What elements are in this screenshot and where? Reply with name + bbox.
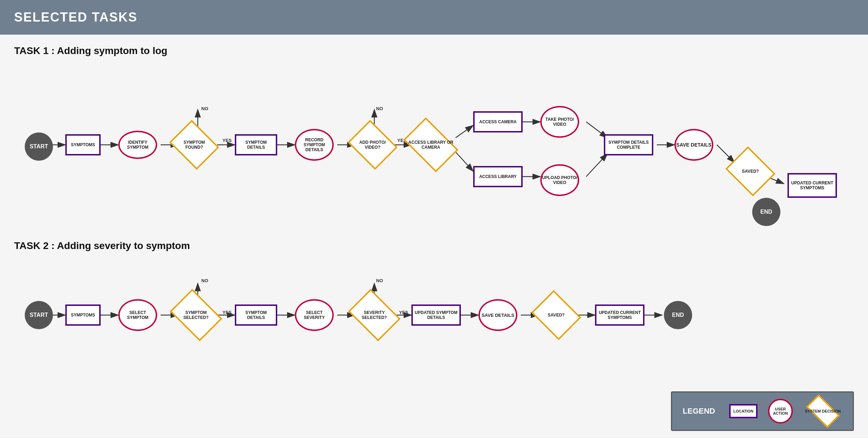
header: SELECTED TASKS (0, 0, 868, 35)
svg-line-9 (456, 125, 473, 138)
task1-no1-label: NO (201, 106, 208, 111)
task1-yes1-label: YES (222, 138, 232, 143)
task1-access-lib-cam: ACCESS LIBRARY OR CAMERA (408, 129, 454, 161)
task1-end: END (752, 198, 780, 226)
legend-system-decision-label: SYSTEM DECISION (805, 409, 840, 413)
legend-title: LEGEND (683, 407, 715, 416)
task1-access-camera: ACCESS CAMERA (473, 111, 523, 132)
task2-severity-selected: SEVERITY SELECTED? (353, 299, 396, 331)
task2-yes2-label: YES (399, 310, 408, 315)
task2-symptom-details: SYMPTOM DETAILS (235, 304, 277, 326)
task2-saved: SAVED? (537, 299, 576, 331)
task1-symptoms: SYMPTOMS (65, 134, 101, 155)
task1-saved: SAVED? (731, 155, 770, 187)
task1-symptom-complete: SYMPTOM DETAILS COMPLETE (604, 134, 653, 155)
legend-system-decision-item: SYSTEM DECISION (803, 401, 842, 422)
legend-location-item: LOCATION (729, 404, 757, 418)
legend-user-action-shape: USER ACTION (768, 399, 793, 424)
task2-flow: START SYMPTOMS SELECT SYMPTOM SYMPTOM SE… (14, 259, 854, 407)
task1-record: RECORD SYMPTOM DETAILS (295, 129, 334, 161)
task2-updated-symptom-details: UPDATED SYMPTOM DETAILS (411, 304, 461, 326)
task1-save-details: SAVE DETAILS (674, 129, 713, 161)
task2-arrows (14, 259, 854, 407)
task2-save-details: SAVE DETAILS (478, 299, 517, 331)
task1-updated-current: UPDATED CURRENT SYMPTOMS (787, 173, 837, 198)
task2-no2-label: NO (376, 278, 383, 283)
task2-symptoms: SYMPTOMS (65, 304, 101, 326)
task1-found: SYMPTOM FOUND? (175, 129, 214, 161)
task2-title: TASK 2 : Adding severity to symptom (14, 240, 854, 251)
main-content: TASK 1 : Adding symptom to log (0, 35, 868, 437)
task1-upload-photo: UPLOAD PHOTO/ VIDEO (540, 164, 579, 196)
task1-take-photo: TAKE PHOTO/ VIDEO (540, 106, 579, 138)
task1-symptom-details: SYMPTOM DETAILS (235, 134, 277, 155)
legend-user-action-item: USER ACTION (768, 399, 793, 424)
legend: LEGEND LOCATION USER ACTION SYSTEM DECIS… (671, 391, 854, 431)
task1-flow: START SYMPTOMS IDENTIFY SYMPTOM SYMPTOM … (14, 64, 854, 226)
task1-title: TASK 1 : Adding symptom to log (14, 45, 854, 57)
task2-select-symptom: SELECT SYMPTOM (118, 299, 157, 331)
legend-location-shape: LOCATION (729, 404, 757, 418)
legend-system-decision-shape: SYSTEM DECISION (803, 401, 842, 422)
task2-updated-current: UPDATED CURRENT SYMPTOMS (595, 304, 644, 326)
task1-no2-label: NO (376, 106, 383, 111)
task1-start: START (25, 132, 53, 161)
legend-location-label: LOCATION (733, 409, 754, 413)
svg-line-14 (586, 154, 607, 177)
task1-access-library: ACCESS LIBRARY (473, 166, 523, 187)
legend-user-action-label: USER ACTION (769, 407, 791, 415)
svg-line-10 (456, 152, 473, 171)
task2-select-severity: SELECT SEVERITY (295, 299, 334, 331)
task2-start: START (25, 301, 53, 329)
task1-add-photo: ADD PHOTO/ VIDEO? (353, 129, 392, 161)
task2-end: END (664, 301, 692, 329)
task2-no1-label: NO (201, 278, 208, 283)
task2-symptom-selected: SYMPTOM SELECTED? (175, 299, 217, 331)
task1-identify: IDENTIFY SYMPTOM (118, 131, 157, 159)
header-title: SELECTED TASKS (14, 10, 137, 24)
task2-yes1-label: YES (222, 310, 232, 315)
